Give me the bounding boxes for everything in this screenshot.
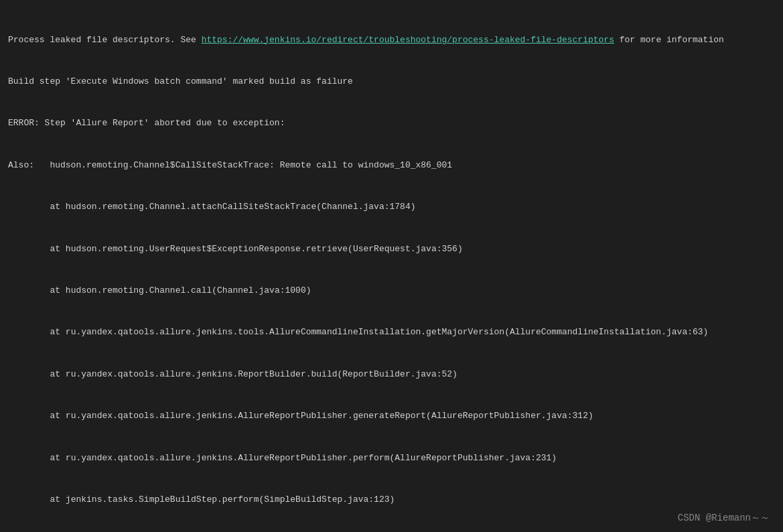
log-line-8: at ru.yandex.qatools.allure.jenkins.tool… — [8, 326, 775, 340]
console-output: Process leaked file descriptors. See htt… — [0, 0, 783, 532]
log-line-5: at hudson.remoting.Channel.attachCallSit… — [8, 200, 775, 214]
leak-link[interactable]: https://www.jenkins.io/redirect/troubles… — [202, 35, 614, 45]
log-line-10: at ru.yandex.qatools.allure.jenkins.Allu… — [8, 409, 775, 423]
log-line-4: Also: hudson.remoting.Channel$CallSiteSt… — [8, 159, 775, 173]
log-line-9: at ru.yandex.qatools.allure.jenkins.Repo… — [8, 368, 775, 382]
log-line-7: at hudson.remoting.Channel.call(Channel.… — [8, 284, 775, 298]
log-line-6: at hudson.remoting.UserRequest$Exception… — [8, 243, 775, 257]
log-line-2: Build step 'Execute Windows batch comman… — [8, 75, 775, 89]
log-line-3: ERROR: Step 'Allure Report' aborted due … — [8, 117, 775, 131]
log-line-12: at jenkins.tasks.SimpleBuildStep.perform… — [8, 493, 775, 507]
log-line-11: at ru.yandex.qatools.allure.jenkins.Allu… — [8, 452, 775, 466]
text-after-link: for more information — [614, 35, 724, 45]
text: Process leaked file descriptors. See — [8, 35, 202, 45]
watermark: CSDN @Riemann～～ — [678, 511, 770, 525]
log-line-1: Process leaked file descriptors. See htt… — [8, 34, 775, 48]
